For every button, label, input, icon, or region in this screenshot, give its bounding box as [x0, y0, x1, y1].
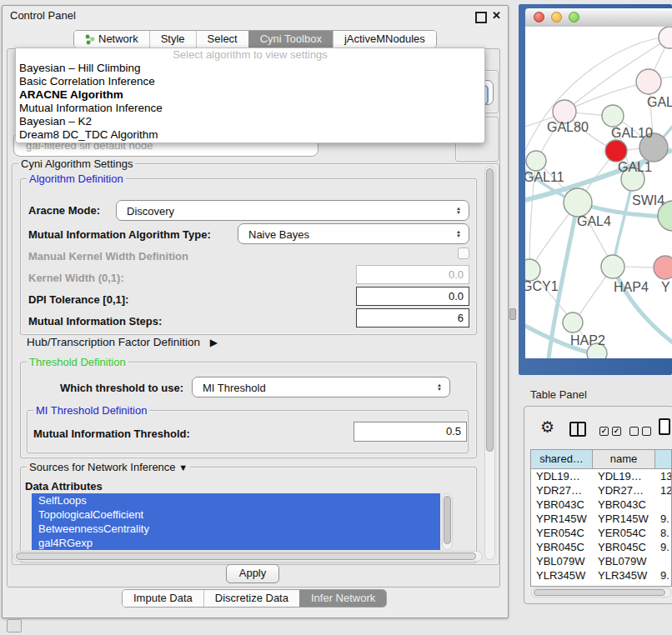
network-node-gal1[interactable]	[605, 140, 627, 162]
settings-hscroll-thumb[interactable]	[16, 552, 476, 560]
dropdown-items: Bayesian – Hill ClimbingBasic Correlatio…	[16, 62, 484, 142]
mi-steps-field[interactable]: 6	[356, 308, 469, 328]
tab-cyni-toolbox[interactable]: Cyni Toolbox	[248, 31, 333, 48]
tab-infer-network[interactable]: Infer Network	[299, 590, 386, 607]
tab-impute-data[interactable]: Impute Data	[123, 590, 203, 607]
manual-kernel-checkbox[interactable]	[458, 248, 469, 259]
minimize-traffic-light-icon[interactable]	[551, 12, 562, 22]
network-canvas[interactable]: GALGAL80GAL10GAL1GAL11SWI4GAL4GCY1HAP4YH…	[525, 27, 672, 358]
network-node-gal10[interactable]	[602, 105, 624, 127]
table-cell: YBL079W	[531, 554, 593, 568]
close-traffic-light-icon[interactable]	[534, 12, 544, 22]
column-header-shared…[interactable]: shared…	[531, 450, 593, 469]
table-cell: YDL19…	[593, 469, 655, 483]
mi-type-label: Mutual Information Algorithm Type:	[28, 228, 211, 241]
column-header-name[interactable]: name	[593, 450, 655, 469]
network-node-gal4[interactable]	[564, 188, 592, 217]
algorithm-option[interactable]: Mutual Information Inference	[16, 102, 484, 115]
top-tab-bar: NetworkStyleSelectCyni ToolboxjActiveMNo…	[73, 30, 437, 48]
network-node-gcy1[interactable]	[525, 259, 540, 281]
collapse-arrow-icon[interactable]: ▼	[178, 462, 188, 472]
network-node-y[interactable]	[654, 256, 672, 279]
checked-columns-icon[interactable]: ✓✓	[599, 427, 624, 442]
algorithm-option[interactable]: Bayesian – Hill Climbing	[16, 62, 484, 75]
network-node-hap4[interactable]	[601, 255, 624, 278]
node-label: GAL4	[577, 214, 611, 228]
hub-definition-toggle[interactable]: Hub/Transcription Factor Definition ▶	[27, 336, 218, 348]
algorithm-option[interactable]: Basic Correlation Inference	[16, 75, 484, 88]
node-table: shared…nameA YDL19…YDL19…13YDR27…YDR27…1…	[530, 449, 672, 587]
unchecked-columns-icon[interactable]	[629, 427, 654, 442]
table-hscroll-thumb[interactable]	[534, 589, 665, 596]
expand-arrow-icon[interactable]: ▶	[210, 337, 218, 348]
split-pane-grip[interactable]	[509, 308, 516, 320]
table-row[interactable]: YBL079WYBL079W	[531, 554, 671, 568]
column-header-A[interactable]: A	[655, 450, 672, 469]
tab-network[interactable]: Network	[74, 31, 149, 48]
tab-label: Style	[161, 31, 185, 48]
table-row[interactable]: YPR145WYPR145W9.	[531, 512, 671, 526]
document-icon[interactable]	[659, 418, 670, 435]
table-panel-title: Table Panel	[530, 388, 587, 401]
float-window-icon[interactable]	[475, 12, 487, 23]
table-row[interactable]: YBR045CYBR045C9.	[531, 540, 671, 554]
table-cell: YPR145W	[531, 512, 593, 526]
apply-button[interactable]: Apply	[226, 564, 279, 583]
sources-group-title[interactable]: Sources for Network Inference ▼	[27, 461, 190, 473]
attributes-list-scrollbar[interactable]	[442, 493, 453, 550]
table-row[interactable]: YIL052CYIL052C9	[531, 582, 671, 587]
zoom-traffic-light-icon[interactable]	[569, 12, 579, 22]
kernel-width-field[interactable]: 0.0	[356, 265, 469, 284]
close-icon[interactable]: ✕	[492, 11, 501, 21]
split-view-icon[interactable]	[569, 422, 586, 437]
settings-vscroll-thumb[interactable]	[486, 168, 494, 452]
which-threshold-combo[interactable]: MI Threshold ▲▼	[192, 377, 450, 398]
network-window-titlebar[interactable]	[525, 8, 672, 28]
tab-select[interactable]: Select	[196, 31, 248, 48]
table-header-row: shared…nameA	[531, 450, 671, 469]
network-node-gal11[interactable]	[526, 151, 546, 171]
network-node-hap2[interactable]	[563, 312, 583, 332]
aracne-mode-label: Aracne Mode:	[28, 204, 100, 217]
settings-horizontal-scrollbar[interactable]	[13, 551, 483, 562]
table-cell: YBR043C	[531, 498, 593, 512]
mi-threshold-group-title: MI Threshold Definition	[33, 404, 149, 417]
network-node[interactable]	[659, 27, 672, 48]
attribute-list-item[interactable]: gal4RGexp	[32, 536, 440, 550]
table-horizontal-scrollbar[interactable]	[531, 588, 671, 598]
mi-type-combo[interactable]: Naive Bayes ▲▼	[238, 223, 469, 244]
settings-group-title: Cyni Algorithm Settings	[18, 158, 135, 170]
table-row[interactable]: YLR345WYLR345W9.	[531, 568, 671, 582]
tab-label: Select	[208, 31, 238, 48]
aracne-mode-combo[interactable]: Discovery ▲▼	[116, 200, 469, 221]
attribute-list-item[interactable]: BetweennessCentrality	[32, 522, 440, 536]
table-cell: 9.	[655, 568, 672, 582]
table-row[interactable]: YBR043CYBR043C	[531, 498, 671, 512]
attributes-scroll-thumb[interactable]	[444, 496, 451, 544]
algorithm-definition-title: Algorithm Definition	[27, 172, 126, 185]
network-node-gal[interactable]	[636, 69, 661, 94]
attribute-list-item[interactable]: TopologicalCoefficient	[32, 508, 440, 522]
dpi-tolerance-label: DPI Tolerance [0,1]:	[28, 293, 128, 306]
algorithm-option[interactable]: Bayesian – K2	[16, 115, 484, 128]
data-attributes-label: Data Attributes	[25, 480, 103, 492]
tab-style[interactable]: Style	[149, 31, 196, 48]
algorithm-option[interactable]: Dream8 DC_TDC Algorithm	[16, 128, 484, 142]
table-row[interactable]: YDR27…YDR27…12	[531, 483, 671, 498]
tab-jactivemnodules[interactable]: jActiveMNodules	[333, 31, 436, 48]
which-threshold-label: Which threshold to use:	[60, 382, 183, 394]
network-canvas-svg: GALGAL80GAL10GAL1GAL11SWI4GAL4GCY1HAP4YH…	[525, 27, 672, 358]
network-icon	[85, 33, 95, 45]
collapsed-panel-button[interactable]	[7, 619, 22, 632]
gear-icon[interactable]: ⚙	[540, 419, 554, 436]
algorithm-option[interactable]: ARACNE Algorithm	[16, 88, 484, 102]
dpi-tolerance-field[interactable]: 0.0	[356, 287, 469, 306]
settings-vertical-scrollbar[interactable]	[484, 166, 495, 560]
table-row[interactable]: YER054CYER054C8.	[531, 526, 671, 540]
tab-discretize-data[interactable]: Discretize Data	[203, 590, 299, 607]
mi-threshold-field[interactable]: 0.5	[354, 422, 467, 442]
table-cell: YBR045C	[531, 540, 593, 554]
attribute-list-item[interactable]: SelfLoops	[32, 493, 440, 508]
threshold-definition-title: Threshold Definition	[27, 356, 128, 368]
table-row[interactable]: YDL19…YDL19…13	[531, 469, 671, 483]
